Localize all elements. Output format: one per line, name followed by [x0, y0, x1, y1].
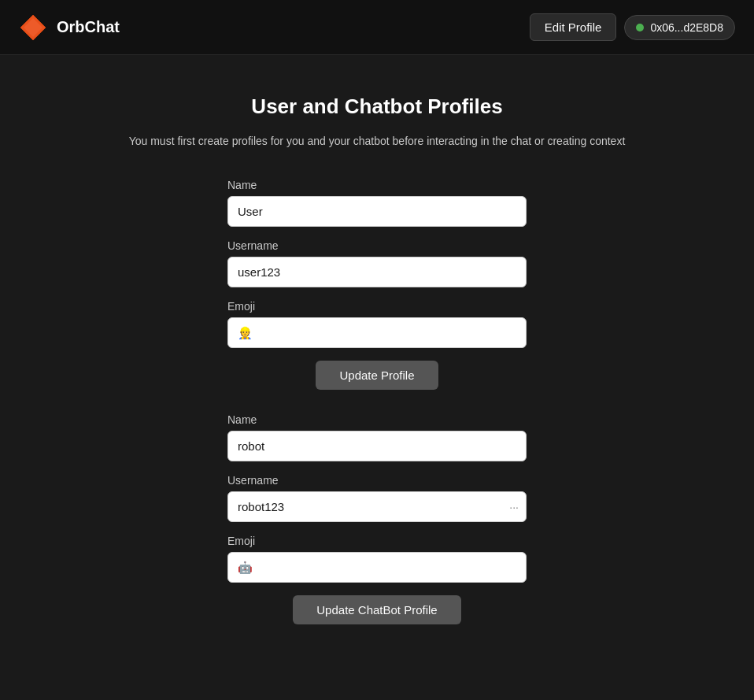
- user-name-group: Name: [227, 179, 527, 227]
- user-emoji-input[interactable]: [227, 317, 527, 348]
- chatbot-name-input[interactable]: [227, 431, 527, 461]
- user-name-label: Name: [227, 179, 527, 191]
- orbchat-logo-icon: [19, 13, 47, 42]
- user-username-group: Username: [227, 239, 527, 287]
- chatbot-username-label: Username: [227, 474, 527, 487]
- user-username-input[interactable]: [227, 257, 527, 287]
- update-profile-button[interactable]: Update Profile: [316, 361, 438, 390]
- chatbot-profile-section: Name Username ··· Emoji Update ChatBot P…: [227, 413, 527, 624]
- wallet-address: 0x06...d2E8D8: [650, 21, 723, 34]
- user-profile-section: Name Username Emoji Update Profile: [227, 179, 527, 390]
- chatbot-emoji-label: Emoji: [227, 535, 527, 547]
- app-name: OrbChat: [57, 18, 120, 36]
- edit-profile-button[interactable]: Edit Profile: [530, 13, 617, 41]
- chatbot-emoji-input[interactable]: [227, 552, 527, 583]
- chatbot-name-group: Name: [227, 413, 527, 461]
- wallet-badge[interactable]: 0x06...d2E8D8: [624, 15, 735, 40]
- chatbot-emoji-group: Emoji: [227, 535, 527, 583]
- chatbot-username-input-wrapper: ···: [227, 491, 527, 522]
- update-chatbot-profile-button[interactable]: Update ChatBot Profile: [293, 595, 460, 624]
- chatbot-username-group: Username ···: [227, 474, 527, 522]
- page-title: User and Chatbot Profiles: [251, 94, 502, 119]
- user-name-input[interactable]: [227, 196, 527, 227]
- header: OrbChat Edit Profile 0x06...d2E8D8: [0, 0, 754, 55]
- header-right: Edit Profile 0x06...d2E8D8: [530, 13, 735, 41]
- chatbot-name-label: Name: [227, 413, 527, 426]
- user-emoji-group: Emoji: [227, 300, 527, 348]
- svg-marker-1: [24, 18, 43, 37]
- main-content: User and Chatbot Profiles You must first…: [0, 55, 754, 687]
- header-left: OrbChat: [19, 13, 120, 42]
- wallet-status-icon: [636, 24, 644, 31]
- page-subtitle: You must first create profiles for you a…: [129, 135, 626, 147]
- user-emoji-label: Emoji: [227, 300, 527, 313]
- chatbot-username-input[interactable]: [227, 491, 527, 522]
- user-username-label: Username: [227, 239, 527, 252]
